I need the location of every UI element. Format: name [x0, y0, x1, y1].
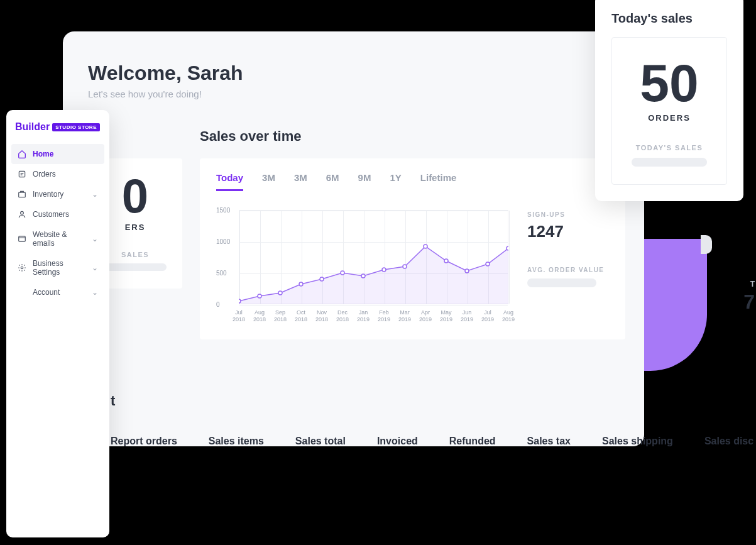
- x-tick: Oct2018: [295, 309, 307, 323]
- today-sales-label: ORDERS: [618, 113, 720, 123]
- metric-value-peek: 7: [743, 290, 755, 314]
- report-col[interactable]: Sales disc: [704, 436, 753, 447]
- x-tick: May2019: [440, 309, 452, 323]
- tab-3m[interactable]: 3M: [262, 172, 275, 191]
- sidebar-item-orders[interactable]: Orders: [11, 164, 104, 184]
- signups-label: SIGN-UPS: [527, 211, 609, 218]
- svg-rect-15: [19, 192, 26, 197]
- sidebar-item-home[interactable]: Home: [11, 144, 104, 164]
- svg-point-4: [320, 277, 324, 281]
- settings-icon: [18, 263, 26, 272]
- x-tick: Sep2018: [274, 309, 287, 323]
- logo-text: Builder: [15, 121, 50, 133]
- sidebar-item-account[interactable]: Account⌄: [11, 282, 104, 302]
- website-icon: [18, 234, 26, 243]
- svg-point-6: [361, 274, 365, 278]
- sidebar-item-label: Orders: [33, 170, 56, 179]
- today-sales-title: Today's sales: [611, 11, 727, 26]
- y-tick: 1000: [216, 238, 230, 245]
- x-tick: Mar2019: [398, 309, 411, 323]
- svg-point-13: [507, 246, 508, 250]
- chevron-down-icon: ⌄: [92, 190, 98, 199]
- y-tick: 500: [216, 270, 227, 277]
- logo-badge: STUDIO STORE: [52, 123, 100, 131]
- tab-1y[interactable]: 1Y: [390, 172, 401, 191]
- sidebar-item-label: Account: [33, 288, 60, 297]
- page-title: Welcome, Sarah: [88, 62, 644, 85]
- sidebar: Builder STUDIO STORE HomeOrdersInventory…: [6, 110, 109, 537]
- x-tick: Jul2018: [233, 309, 245, 323]
- sidebar-item-inventory[interactable]: Inventory⌄: [11, 184, 104, 204]
- placeholder-bar: [527, 278, 596, 287]
- x-tick: Jun2019: [461, 309, 473, 323]
- report-col[interactable]: Sales tax: [527, 436, 571, 447]
- sidebar-item-label: Inventory: [33, 190, 63, 199]
- y-tick: 0: [216, 301, 220, 308]
- orders-icon: [18, 170, 26, 179]
- page-subtitle: Let's see how you're doing!: [88, 89, 644, 99]
- report-col[interactable]: Sales shipping: [602, 436, 673, 447]
- tab-9m[interactable]: 9M: [358, 172, 371, 191]
- report-col[interactable]: Invoiced: [377, 436, 418, 447]
- x-tick: Aug2018: [253, 309, 266, 323]
- svg-rect-14: [19, 171, 25, 177]
- today-sales-value: 50: [618, 57, 720, 109]
- report-col[interactable]: Refunded: [449, 436, 496, 447]
- report-col[interactable]: Sales total: [295, 436, 346, 447]
- sales-chart-card: Today 3M 3M 6M 9M 1Y Lifetime 0500100015…: [200, 158, 625, 339]
- report-col[interactable]: Sales items: [209, 436, 264, 447]
- x-tick: Nov2018: [315, 309, 328, 323]
- svg-point-7: [382, 268, 386, 272]
- aov-label: AVG. ORDER VALUE: [527, 267, 609, 273]
- svg-point-5: [341, 271, 344, 275]
- customers-icon: [18, 210, 26, 219]
- metric-label-peek: T: [750, 280, 755, 289]
- sidebar-item-website-emails[interactable]: Website & emails⌄: [11, 224, 104, 253]
- line-chart: [239, 210, 508, 304]
- svg-point-8: [403, 265, 407, 268]
- x-tick: Jan2019: [357, 309, 370, 323]
- tab-6m[interactable]: 6M: [326, 172, 339, 191]
- svg-point-1: [258, 294, 261, 298]
- svg-point-10: [444, 259, 448, 263]
- svg-point-2: [278, 291, 282, 295]
- svg-point-16: [21, 211, 24, 214]
- tab-lifetime[interactable]: Lifetime: [420, 172, 457, 191]
- chevron-down-icon: ⌄: [92, 234, 98, 243]
- logo[interactable]: Builder STUDIO STORE: [11, 121, 104, 144]
- svg-rect-17: [19, 236, 26, 241]
- signups-value: 1247: [527, 222, 609, 241]
- placeholder-bar: [104, 263, 167, 271]
- svg-point-18: [21, 267, 23, 269]
- sidebar-item-label: Home: [33, 150, 53, 158]
- chart-range-tabs: Today 3M 3M 6M 9M 1Y Lifetime: [216, 172, 508, 191]
- svg-point-0: [239, 299, 241, 303]
- tab-today[interactable]: Today: [216, 172, 243, 191]
- x-tick: Jul2019: [481, 309, 494, 323]
- report-col[interactable]: Report orders: [111, 436, 177, 447]
- home-icon: [18, 150, 26, 158]
- inventory-icon: [18, 190, 26, 199]
- section-title-report: t: [111, 393, 644, 409]
- svg-point-9: [424, 245, 427, 248]
- svg-point-3: [299, 282, 303, 286]
- y-tick: 1500: [216, 207, 230, 214]
- x-tick: Aug2019: [502, 309, 515, 323]
- sidebar-item-customers[interactable]: Customers: [11, 204, 104, 224]
- sidebar-item-label: Business Settings: [33, 259, 85, 277]
- sidebar-item-business-settings[interactable]: Business Settings⌄: [11, 253, 104, 282]
- tab-3m-2[interactable]: 3M: [294, 172, 307, 191]
- svg-point-12: [486, 262, 490, 266]
- chart-box: 050010001500 Jul2018Aug2018Sep2018Oct201…: [216, 210, 508, 323]
- chevron-down-icon: ⌄: [92, 288, 98, 297]
- section-title-sales-over-time: Sales over time: [200, 128, 625, 145]
- svg-point-11: [465, 269, 469, 273]
- chevron-down-icon: ⌄: [92, 263, 98, 272]
- x-tick: Apr2019: [419, 309, 432, 323]
- report-columns: Report orders Sales items Sales total In…: [63, 436, 644, 447]
- dashboard-panel: Welcome, Sarah Let's see how you're doin…: [63, 31, 644, 446]
- today-sales-footer: TODAY'S SALES: [618, 144, 720, 151]
- today-sales-card: Today's sales 50 ORDERS TODAY'S SALES: [595, 0, 743, 201]
- sidebar-item-label: Customers: [33, 210, 69, 219]
- x-tick: Feb2019: [378, 309, 390, 323]
